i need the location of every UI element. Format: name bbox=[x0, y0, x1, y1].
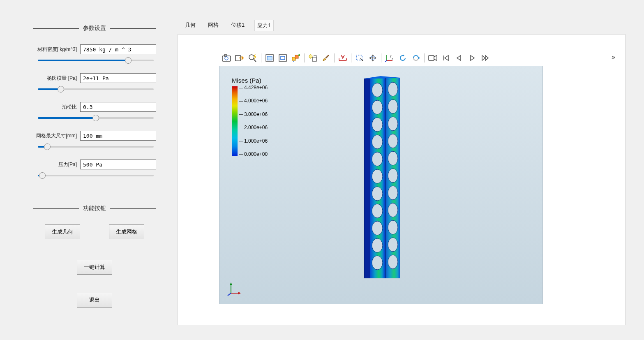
svg-marker-43 bbox=[230, 282, 232, 285]
generate-mesh-button[interactable]: 生成网格 bbox=[109, 224, 144, 239]
tab-应力1[interactable]: 应力1 bbox=[254, 20, 274, 31]
param-label: 泊松比 bbox=[33, 104, 80, 111]
cubes-lights-icon[interactable] bbox=[289, 52, 302, 64]
svg-marker-32 bbox=[403, 54, 404, 57]
generate-geometry-button[interactable]: 生成几何 bbox=[45, 224, 80, 239]
svg-marker-38 bbox=[457, 56, 461, 60]
select-rect-icon[interactable] bbox=[353, 52, 366, 64]
svg-marker-35 bbox=[434, 56, 437, 60]
svg-rect-8 bbox=[279, 55, 286, 61]
param-label: 网格最大尺寸[mm] bbox=[33, 132, 80, 139]
export-arrow-icon[interactable] bbox=[233, 52, 246, 64]
svg-point-66 bbox=[388, 99, 398, 113]
svg-point-2 bbox=[225, 57, 228, 60]
window-box-icon[interactable] bbox=[263, 52, 276, 64]
legend-title: Mises (Pa) bbox=[232, 77, 268, 84]
svg-point-74 bbox=[388, 238, 398, 252]
svg-marker-39 bbox=[471, 56, 474, 60]
svg-point-63 bbox=[372, 238, 383, 252]
toolbar-separator bbox=[261, 53, 261, 62]
svg-point-65 bbox=[388, 82, 398, 96]
zoom-lightning-icon[interactable] bbox=[246, 52, 259, 64]
param-input[interactable] bbox=[80, 73, 156, 83]
svg-marker-37 bbox=[445, 56, 448, 60]
svg-point-58 bbox=[372, 152, 383, 166]
toolbar-separator bbox=[424, 53, 425, 62]
legend-tick: 2.000e+06 bbox=[239, 125, 268, 130]
tab-几何[interactable]: 几何 bbox=[182, 20, 198, 31]
param-slider[interactable] bbox=[38, 143, 154, 150]
svg-point-68 bbox=[388, 134, 398, 148]
step-back-icon[interactable] bbox=[452, 52, 466, 64]
legend-tick: 4.428e+06 bbox=[239, 85, 268, 90]
svg-point-67 bbox=[388, 117, 398, 131]
svg-line-46 bbox=[228, 293, 231, 296]
svg-point-60 bbox=[372, 187, 383, 201]
step-fwd-icon[interactable] bbox=[479, 52, 492, 64]
button-grid: 生成几何 生成网格 一键计算 退出 bbox=[33, 224, 156, 308]
param-slider[interactable] bbox=[38, 172, 154, 179]
svg-marker-41 bbox=[485, 56, 488, 60]
color-legend: Mises (Pa) 4.428e+064.000e+063.000e+062.… bbox=[232, 77, 268, 157]
orientation-triad-icon bbox=[227, 282, 242, 296]
svg-point-73 bbox=[388, 220, 398, 234]
param-row: 杨氏模量 [Pa] bbox=[33, 73, 156, 83]
svg-point-64 bbox=[372, 256, 383, 270]
brush-icon[interactable] bbox=[319, 52, 332, 64]
svg-point-59 bbox=[372, 169, 383, 183]
params-list: 材料密度[ kg/m^3]杨氏模量 [Pa]泊松比网格最大尺寸[mm]压力[Pa… bbox=[33, 44, 156, 179]
window-outline-icon[interactable] bbox=[276, 52, 289, 64]
svg-point-62 bbox=[372, 221, 383, 235]
toolbar-separator bbox=[304, 53, 305, 62]
axes-xyz-icon[interactable]: yx bbox=[383, 52, 396, 64]
3d-viewport[interactable]: Mises (Pa) 4.428e+064.000e+063.000e+062.… bbox=[219, 66, 543, 304]
param-input[interactable] bbox=[80, 131, 156, 141]
functions-title-text: 功能按钮 bbox=[79, 205, 110, 212]
rotate-ccw-icon[interactable] bbox=[396, 52, 409, 64]
param-input[interactable] bbox=[80, 160, 156, 169]
select-move-icon[interactable] bbox=[366, 52, 379, 64]
fea-model-render bbox=[364, 76, 400, 281]
svg-line-29 bbox=[385, 60, 387, 62]
toolbar-overflow-button[interactable]: » bbox=[612, 53, 615, 61]
svg-point-4 bbox=[249, 55, 254, 60]
lightbulb-cube-icon[interactable] bbox=[306, 52, 319, 64]
param-slider[interactable] bbox=[38, 57, 154, 64]
compute-button[interactable]: 一键计算 bbox=[77, 260, 112, 275]
legend-tick: 4.000e+06 bbox=[239, 98, 268, 104]
svg-line-5 bbox=[254, 59, 256, 62]
param-row: 网格最大尺寸[mm] bbox=[33, 131, 156, 141]
play-icon[interactable] bbox=[466, 52, 479, 64]
skip-start-icon[interactable] bbox=[439, 52, 452, 64]
param-input[interactable] bbox=[80, 44, 156, 54]
legend-tick: 0.000e+00 bbox=[239, 151, 268, 157]
params-title-text: 参数设置 bbox=[79, 25, 110, 32]
svg-point-69 bbox=[388, 151, 398, 165]
rotate-half-icon[interactable] bbox=[409, 52, 422, 64]
svg-rect-11 bbox=[295, 55, 298, 58]
svg-rect-9 bbox=[281, 56, 285, 60]
param-slider[interactable] bbox=[38, 114, 154, 122]
svg-point-75 bbox=[388, 255, 398, 269]
toolbar-separator bbox=[381, 53, 381, 62]
svg-line-20 bbox=[325, 55, 329, 58]
param-row: 材料密度[ kg/m^3] bbox=[33, 44, 156, 54]
param-input[interactable] bbox=[80, 102, 156, 112]
param-row: 压力[Pa] bbox=[33, 160, 156, 169]
svg-point-13 bbox=[309, 55, 312, 58]
param-slider[interactable] bbox=[38, 86, 154, 93]
section-title-params: 参数设置 bbox=[33, 25, 156, 32]
toolbar-separator bbox=[334, 53, 335, 62]
exit-button[interactable]: 退出 bbox=[77, 293, 112, 308]
param-label: 材料密度[ kg/m^3] bbox=[33, 46, 80, 53]
tab-网格[interactable]: 网格 bbox=[205, 20, 221, 31]
camera-icon[interactable] bbox=[220, 52, 233, 64]
section-title-functions: 功能按钮 bbox=[33, 205, 156, 212]
tab-位移1[interactable]: 位移1 bbox=[229, 20, 247, 31]
svg-rect-48 bbox=[364, 79, 370, 278]
caliper-icon[interactable] bbox=[336, 52, 349, 64]
video-camera-icon[interactable] bbox=[426, 52, 439, 64]
svg-point-72 bbox=[388, 203, 398, 217]
svg-point-54 bbox=[372, 83, 383, 97]
content-area: 几何网格位移1应力1 yx » Mises (Pa) 4.428e+064.00… bbox=[178, 16, 630, 329]
